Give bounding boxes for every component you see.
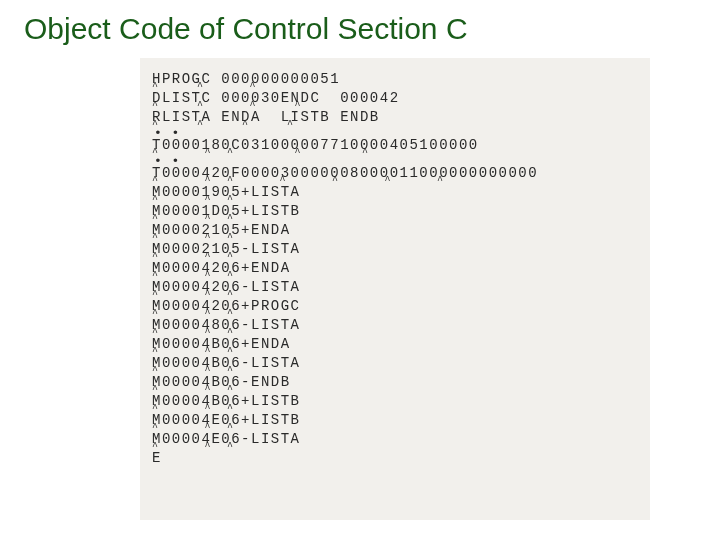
code-line: M00004B06+LISTB [152,394,638,409]
code-line: T0000180C031000007710000405100000 [152,138,638,153]
code-line: M00004206-LISTA [152,280,638,295]
code-block: HPROGC 000000000051 ^ ^ ^ DLISTC 000030E… [140,58,650,520]
code-line: M00004E06-LISTA [152,432,638,447]
code-line: M00002105-LISTA [152,242,638,257]
code-line: M00002105+ENDA [152,223,638,238]
code-line: M00004206+ENDA [152,261,638,276]
code-line: M00004B06-ENDB [152,375,638,390]
code-line: M00004B06+ENDA [152,337,638,352]
code-line: M00004206+PROGC [152,299,638,314]
code-line: E [152,451,638,466]
code-line: T0000420F000030000008000011000000000000 [152,166,638,181]
code-line: M00001D05+LISTB [152,204,638,219]
code-line: DLISTC 000030ENDC 000042 [152,91,638,106]
code-line: M00004806-LISTA [152,318,638,333]
code-line: M00004B06-LISTA [152,356,638,371]
page-title: Object Code of Control Section C [0,0,720,52]
code-line: M00004E06+LISTB [152,413,638,428]
code-line: RLISTA ENDA LISTB ENDB [152,110,638,125]
code-line: M00001905+LISTA [152,185,638,200]
code-line: HPROGC 000000000051 [152,72,638,87]
